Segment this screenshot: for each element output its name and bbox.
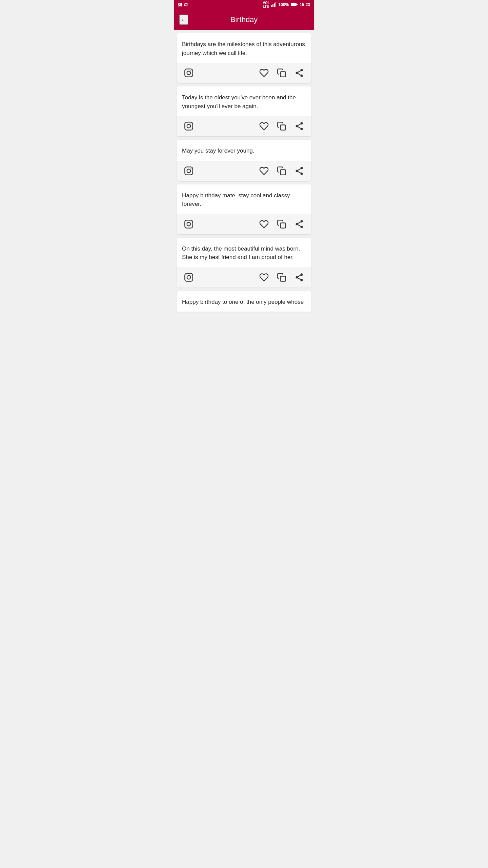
instagram-button-5[interactable] <box>182 271 196 284</box>
svg-point-32 <box>301 172 303 175</box>
svg-point-10 <box>190 70 191 71</box>
svg-line-43 <box>298 222 301 223</box>
battery-icon <box>291 2 298 7</box>
svg-rect-11 <box>281 72 286 77</box>
svg-point-13 <box>296 72 298 74</box>
svg-point-36 <box>187 222 191 226</box>
status-bar-system: VOlLTE 100% 15:23 <box>263 1 310 8</box>
svg-line-33 <box>298 171 301 173</box>
copy-button-2[interactable] <box>275 119 288 133</box>
notification-icon-1: 🖼 <box>178 2 182 7</box>
svg-line-42 <box>298 224 301 226</box>
svg-line-24 <box>298 127 301 129</box>
copy-button-1[interactable] <box>275 66 288 80</box>
svg-point-50 <box>301 279 303 281</box>
svg-point-12 <box>301 69 303 71</box>
svg-point-28 <box>190 168 191 169</box>
svg-rect-1 <box>272 4 273 7</box>
svg-point-9 <box>187 71 191 75</box>
instagram-button-2[interactable] <box>182 119 196 133</box>
status-bar: 🖼 🏷 VOlLTE 100% 15:23 <box>174 0 314 9</box>
svg-line-34 <box>298 169 301 170</box>
copy-button-5[interactable] <box>275 271 288 284</box>
svg-line-15 <box>298 74 301 75</box>
svg-rect-29 <box>281 170 286 175</box>
svg-rect-35 <box>185 220 192 228</box>
quote-actions-5 <box>177 267 311 288</box>
svg-rect-0 <box>271 5 272 7</box>
share-button-4[interactable] <box>292 217 306 231</box>
svg-rect-7 <box>297 4 298 5</box>
quote-actions-2 <box>177 116 311 136</box>
quote-card-4: Happy birthday mate, stay cool and class… <box>177 184 311 234</box>
svg-rect-8 <box>185 69 192 77</box>
svg-point-27 <box>187 169 191 173</box>
quote-actions-3 <box>177 161 311 181</box>
svg-line-16 <box>298 71 301 73</box>
volte-indicator: VOlLTE <box>263 1 269 8</box>
app-header: ← Birthday <box>174 9 314 30</box>
instagram-button-3[interactable] <box>182 164 196 178</box>
svg-rect-47 <box>281 276 286 281</box>
like-button-5[interactable] <box>257 271 271 284</box>
share-button-2[interactable] <box>292 119 306 133</box>
svg-rect-26 <box>185 167 192 175</box>
svg-rect-20 <box>281 125 286 130</box>
share-button-1[interactable] <box>292 66 306 80</box>
svg-point-18 <box>187 124 191 128</box>
quote-text-6: Happy birthday to one of the only people… <box>177 291 311 312</box>
svg-point-40 <box>296 223 298 225</box>
quote-actions-1 <box>177 63 311 83</box>
quote-text-1: Birthdays are the milestones of this adv… <box>177 33 311 63</box>
svg-point-14 <box>301 75 303 77</box>
like-button-4[interactable] <box>257 217 271 231</box>
page-title: Birthday <box>230 15 258 24</box>
back-button[interactable]: ← <box>179 15 188 25</box>
quote-actions-4 <box>177 214 311 234</box>
copy-button-4[interactable] <box>275 217 288 231</box>
svg-point-23 <box>301 128 303 130</box>
svg-point-19 <box>190 123 191 124</box>
svg-rect-6 <box>291 3 296 6</box>
svg-point-46 <box>190 275 191 275</box>
quote-text-4: Happy birthday mate, stay cool and class… <box>177 184 311 214</box>
quote-card-1: Birthdays are the milestones of this adv… <box>177 33 311 83</box>
quote-card-3: May you stay forever young. <box>177 140 311 181</box>
time: 15:23 <box>300 2 310 7</box>
svg-point-45 <box>187 275 191 279</box>
quote-card-6: Happy birthday to one of the only people… <box>177 291 311 312</box>
svg-rect-38 <box>281 223 286 228</box>
like-button-1[interactable] <box>257 66 271 80</box>
quotes-list: Birthdays are the milestones of this adv… <box>174 30 314 315</box>
like-button-2[interactable] <box>257 119 271 133</box>
quote-card-2: Today is the oldest you've ever been and… <box>177 86 311 136</box>
svg-line-51 <box>298 278 301 279</box>
svg-point-37 <box>190 221 191 222</box>
svg-rect-44 <box>185 273 192 281</box>
share-button-5[interactable] <box>292 271 306 284</box>
signal-icon <box>271 2 277 8</box>
quote-text-3: May you stay forever young. <box>177 140 311 161</box>
svg-point-41 <box>301 225 303 228</box>
svg-rect-17 <box>185 122 192 130</box>
like-button-3[interactable] <box>257 164 271 178</box>
svg-point-48 <box>301 273 303 276</box>
svg-point-22 <box>296 125 298 127</box>
svg-point-31 <box>296 170 298 172</box>
instagram-button-4[interactable] <box>182 217 196 231</box>
svg-line-25 <box>298 124 301 126</box>
notification-icon-2: 🏷 <box>183 2 187 7</box>
quote-text-5: On this day, the most beautiful mind was… <box>177 238 311 267</box>
svg-line-52 <box>298 275 301 277</box>
instagram-button-1[interactable] <box>182 66 196 80</box>
svg-point-49 <box>296 276 298 278</box>
svg-point-21 <box>301 122 303 124</box>
status-bar-notifications: 🖼 🏷 <box>178 2 187 7</box>
share-button-3[interactable] <box>292 164 306 178</box>
quote-card-5: On this day, the most beautiful mind was… <box>177 238 311 288</box>
svg-rect-2 <box>274 3 275 7</box>
svg-point-30 <box>301 167 303 169</box>
battery-percentage: 100% <box>279 2 289 7</box>
quote-text-2: Today is the oldest you've ever been and… <box>177 86 311 116</box>
copy-button-3[interactable] <box>275 164 288 178</box>
